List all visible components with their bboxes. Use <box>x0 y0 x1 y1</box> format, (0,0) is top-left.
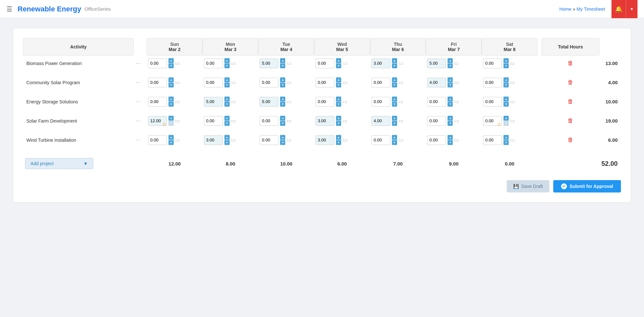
spin-down-1-6[interactable]: ▼ <box>503 83 509 87</box>
hour-input-1-3[interactable] <box>315 78 334 87</box>
hour-input-1-0[interactable] <box>148 78 167 87</box>
spin-up-3-0[interactable]: ▲ <box>168 116 174 121</box>
spin-up-1-2[interactable]: ▲ <box>280 77 285 82</box>
hour-input-1-1[interactable] <box>204 78 223 87</box>
spin-up-3-6[interactable]: ▲ <box>503 116 509 121</box>
spin-down-1-3[interactable]: ▼ <box>336 83 341 87</box>
hour-input-4-0[interactable] <box>148 135 167 145</box>
notification-button[interactable]: 🔔 <box>611 0 626 18</box>
note-icon-1-1[interactable]: ▭ <box>231 79 236 86</box>
hour-input-4-5[interactable] <box>427 135 446 145</box>
spin-down-1-4[interactable]: ▼ <box>392 83 397 87</box>
hour-input-0-1[interactable] <box>204 59 223 68</box>
hour-input-0-2[interactable] <box>260 59 278 68</box>
note-icon-3-6[interactable]: ▭ <box>510 118 515 124</box>
spin-down-2-5[interactable]: ▼ <box>448 102 453 107</box>
spin-up-3-4[interactable]: ▲ <box>392 116 397 121</box>
note-icon-0-3[interactable]: ▭ <box>342 60 347 66</box>
spin-up-4-5[interactable]: ▲ <box>448 135 453 140</box>
spin-up-4-6[interactable]: ▲ <box>503 135 509 140</box>
hour-input-0-3[interactable] <box>315 59 334 68</box>
spin-up-2-2[interactable]: ▲ <box>280 97 285 101</box>
spin-up-3-3[interactable]: ▲ <box>336 116 341 121</box>
hour-input-2-5[interactable] <box>427 97 446 107</box>
submit-approval-button[interactable]: ✔ Submit for Approval <box>553 180 621 192</box>
spin-down-4-2[interactable]: ▼ <box>280 140 285 145</box>
spin-down-4-1[interactable]: ▼ <box>224 140 230 145</box>
note-icon-4-2[interactable]: ▭ <box>287 137 291 143</box>
spin-down-3-3[interactable]: ▼ <box>336 121 341 126</box>
spin-up-0-6[interactable]: ▲ <box>503 58 509 63</box>
spin-up-4-2[interactable]: ▲ <box>280 135 285 140</box>
hour-input-0-4[interactable] <box>371 59 390 68</box>
spin-up-1-0[interactable]: ▲ <box>168 77 174 82</box>
note-icon-0-4[interactable]: ▭ <box>398 60 403 66</box>
spin-up-2-3[interactable]: ▲ <box>336 97 341 101</box>
spin-down-4-6[interactable]: ▼ <box>503 140 509 145</box>
activity-menu-2[interactable]: ··· <box>134 94 147 109</box>
spin-down-1-0[interactable]: ▼ <box>168 83 174 87</box>
activity-menu-4[interactable]: ··· <box>134 132 147 148</box>
note-icon-3-5[interactable]: ▭ <box>454 118 459 124</box>
hour-input-2-4[interactable] <box>371 97 390 107</box>
hour-input-3-4[interactable] <box>371 116 390 126</box>
spin-down-2-3[interactable]: ▼ <box>336 102 341 107</box>
spin-up-1-3[interactable]: ▲ <box>336 77 341 82</box>
spin-up-0-0[interactable]: ▲ <box>168 58 174 63</box>
spin-down-3-2[interactable]: ▼ <box>280 121 285 126</box>
spin-up-4-3[interactable]: ▲ <box>336 135 341 140</box>
spin-down-0-4[interactable]: ▼ <box>392 63 397 68</box>
note-icon-1-3[interactable]: ▭ <box>342 79 347 86</box>
spin-down-0-5[interactable]: ▼ <box>448 63 453 68</box>
spin-down-3-0[interactable]: ▼ <box>168 121 174 126</box>
hour-input-3-5[interactable] <box>427 116 446 126</box>
spin-down-0-3[interactable]: ▼ <box>336 63 341 68</box>
hour-input-0-5[interactable] <box>427 59 446 68</box>
spin-up-1-4[interactable]: ▲ <box>392 77 397 82</box>
note-icon-4-4[interactable]: ▭ <box>398 137 403 143</box>
spin-down-1-2[interactable]: ▼ <box>280 83 285 87</box>
spin-up-3-1[interactable]: ▲ <box>224 116 230 121</box>
note-icon-4-5[interactable]: ▭ <box>454 137 459 143</box>
spin-down-4-4[interactable]: ▼ <box>392 140 397 145</box>
spin-down-3-6[interactable]: ▼ <box>503 121 509 126</box>
note-icon-4-3[interactable]: ▭ <box>342 137 347 143</box>
spin-down-0-2[interactable]: ▼ <box>280 63 285 68</box>
spin-up-4-0[interactable]: ▲ <box>168 135 174 140</box>
spin-up-0-5[interactable]: ▲ <box>448 58 453 63</box>
hour-input-1-6[interactable] <box>483 78 502 87</box>
spin-up-0-2[interactable]: ▲ <box>280 58 285 63</box>
hour-input-0-0[interactable] <box>148 59 167 68</box>
spin-down-4-0[interactable]: ▼ <box>168 140 174 145</box>
save-draft-button[interactable]: 💾 Save Draft <box>507 180 549 192</box>
spin-up-3-2[interactable]: ▲ <box>280 116 285 121</box>
breadcrumb-home[interactable]: Home <box>559 7 571 12</box>
note-icon-2-1[interactable]: ▭ <box>231 99 236 105</box>
hour-input-1-2[interactable] <box>260 78 278 87</box>
spin-up-0-3[interactable]: ▲ <box>336 58 341 63</box>
activity-menu-3[interactable]: ··· <box>134 113 147 128</box>
hour-input-2-2[interactable] <box>260 97 278 107</box>
spin-up-0-1[interactable]: ▲ <box>224 58 230 63</box>
spin-up-2-4[interactable]: ▲ <box>392 97 397 101</box>
note-icon-2-3[interactable]: ▭ <box>342 99 347 105</box>
hour-input-2-1[interactable] <box>204 97 223 107</box>
hour-input-2-0[interactable] <box>148 97 167 107</box>
note-icon-3-1[interactable]: ▭ <box>231 118 236 124</box>
note-icon-1-4[interactable]: ▭ <box>398 79 403 86</box>
spin-down-3-4[interactable]: ▼ <box>392 121 397 126</box>
user-dropdown-button[interactable]: ▼ <box>626 0 637 18</box>
delete-row-4[interactable]: 🗑 <box>568 137 573 143</box>
spin-down-1-5[interactable]: ▼ <box>448 83 453 87</box>
spin-up-2-5[interactable]: ▲ <box>448 97 453 101</box>
activity-menu-0[interactable]: ··· <box>134 56 147 71</box>
hour-input-4-6[interactable] <box>483 135 502 145</box>
spin-up-3-5[interactable]: ▲ <box>448 116 453 121</box>
spin-up-4-1[interactable]: ▲ <box>224 135 230 140</box>
spin-down-4-3[interactable]: ▼ <box>336 140 341 145</box>
hour-input-4-1[interactable] <box>204 135 223 145</box>
spin-down-1-1[interactable]: ▼ <box>224 83 230 87</box>
delete-row-1[interactable]: 🗑 <box>568 79 573 86</box>
note-icon-2-6[interactable]: ▭ <box>510 99 515 105</box>
spin-down-2-4[interactable]: ▼ <box>392 102 397 107</box>
